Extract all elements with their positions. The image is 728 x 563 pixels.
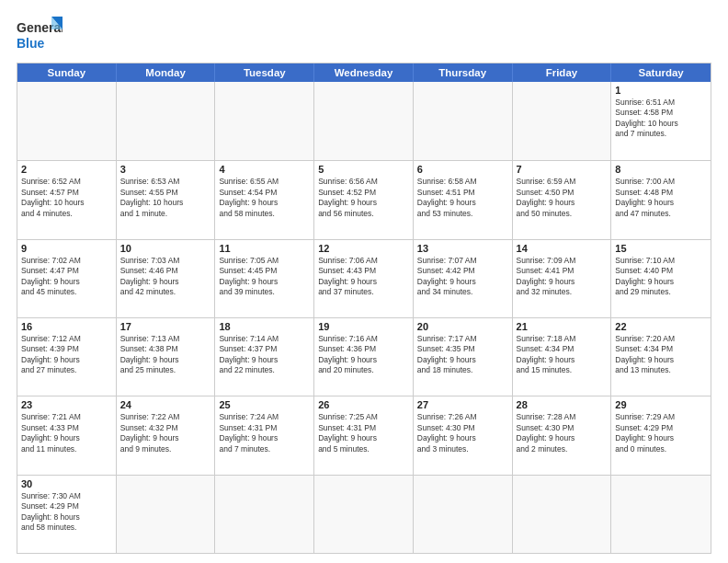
- day-18: 18Sunrise: 7:14 AM Sunset: 4:37 PM Dayli…: [215, 318, 314, 396]
- day-number-21: 21: [517, 321, 608, 332]
- day-number-17: 17: [120, 321, 211, 332]
- day-info-8: Sunrise: 7:00 AM Sunset: 4:48 PM Dayligh…: [615, 177, 707, 219]
- empty-cell: [414, 476, 513, 553]
- empty-cell: [17, 82, 117, 160]
- day-info-9: Sunrise: 7:02 AM Sunset: 4:47 PM Dayligh…: [21, 256, 112, 298]
- svg-text:Blue: Blue: [17, 36, 45, 51]
- day-number-1: 1: [615, 85, 707, 96]
- week-row-3: 9Sunrise: 7:02 AM Sunset: 4:47 PM Daylig…: [17, 239, 711, 317]
- day-info-10: Sunrise: 7:03 AM Sunset: 4:46 PM Dayligh…: [120, 256, 211, 298]
- day-number-14: 14: [517, 243, 608, 254]
- day-29: 29Sunrise: 7:29 AM Sunset: 4:29 PM Dayli…: [611, 396, 711, 474]
- day-info-28: Sunrise: 7:28 AM Sunset: 4:30 PM Dayligh…: [517, 412, 608, 454]
- header-saturday: Saturday: [611, 63, 711, 82]
- day-20: 20Sunrise: 7:17 AM Sunset: 4:35 PM Dayli…: [414, 318, 513, 396]
- day-11: 11Sunrise: 7:05 AM Sunset: 4:45 PM Dayli…: [215, 240, 314, 317]
- day-info-27: Sunrise: 7:26 AM Sunset: 4:30 PM Dayligh…: [417, 412, 508, 454]
- day-info-11: Sunrise: 7:05 AM Sunset: 4:45 PM Dayligh…: [219, 256, 310, 298]
- day-info-24: Sunrise: 7:22 AM Sunset: 4:32 PM Dayligh…: [120, 412, 211, 454]
- day-13: 13Sunrise: 7:07 AM Sunset: 4:42 PM Dayli…: [414, 240, 513, 317]
- day-number-9: 9: [21, 243, 112, 254]
- day-number-26: 26: [318, 399, 409, 410]
- header: General Blue: [17, 17, 711, 55]
- day-23: 23Sunrise: 7:21 AM Sunset: 4:33 PM Dayli…: [17, 396, 117, 474]
- day-number-16: 16: [21, 321, 112, 332]
- header-friday: Friday: [513, 63, 612, 82]
- day-number-12: 12: [318, 243, 409, 254]
- day-info-18: Sunrise: 7:14 AM Sunset: 4:37 PM Dayligh…: [219, 334, 310, 376]
- empty-cell: [314, 82, 414, 160]
- day-3: 3Sunrise: 6:53 AM Sunset: 4:55 PM Daylig…: [117, 161, 216, 238]
- day-info-23: Sunrise: 7:21 AM Sunset: 4:33 PM Dayligh…: [21, 412, 112, 454]
- day-number-6: 6: [417, 164, 508, 175]
- day-30: 30Sunrise: 7:30 AM Sunset: 4:29 PM Dayli…: [17, 476, 117, 553]
- day-info-20: Sunrise: 7:17 AM Sunset: 4:35 PM Dayligh…: [417, 334, 508, 376]
- empty-cell: [513, 476, 612, 553]
- day-9: 9Sunrise: 7:02 AM Sunset: 4:47 PM Daylig…: [17, 240, 117, 317]
- day-number-30: 30: [21, 478, 112, 489]
- day-1: 1Sunrise: 6:51 AM Sunset: 4:58 PM Daylig…: [611, 82, 711, 160]
- day-8: 8Sunrise: 7:00 AM Sunset: 4:48 PM Daylig…: [611, 161, 711, 238]
- day-15: 15Sunrise: 7:10 AM Sunset: 4:40 PM Dayli…: [611, 240, 711, 317]
- day-info-21: Sunrise: 7:18 AM Sunset: 4:34 PM Dayligh…: [517, 334, 608, 376]
- day-info-3: Sunrise: 6:53 AM Sunset: 4:55 PM Dayligh…: [120, 177, 211, 219]
- day-6: 6Sunrise: 6:58 AM Sunset: 4:51 PM Daylig…: [414, 161, 513, 238]
- day-21: 21Sunrise: 7:18 AM Sunset: 4:34 PM Dayli…: [513, 318, 612, 396]
- day-number-19: 19: [318, 321, 409, 332]
- day-5: 5Sunrise: 6:56 AM Sunset: 4:52 PM Daylig…: [314, 161, 414, 238]
- day-17: 17Sunrise: 7:13 AM Sunset: 4:38 PM Dayli…: [117, 318, 216, 396]
- logo-svg: General Blue: [17, 17, 63, 55]
- day-14: 14Sunrise: 7:09 AM Sunset: 4:41 PM Dayli…: [513, 240, 612, 317]
- day-27: 27Sunrise: 7:26 AM Sunset: 4:30 PM Dayli…: [414, 396, 513, 474]
- day-number-15: 15: [615, 243, 707, 254]
- day-info-29: Sunrise: 7:29 AM Sunset: 4:29 PM Dayligh…: [615, 412, 707, 454]
- day-info-15: Sunrise: 7:10 AM Sunset: 4:40 PM Dayligh…: [615, 256, 707, 298]
- empty-cell: [215, 476, 314, 553]
- day-info-16: Sunrise: 7:12 AM Sunset: 4:39 PM Dayligh…: [21, 334, 112, 376]
- day-number-22: 22: [615, 321, 707, 332]
- day-number-13: 13: [417, 243, 508, 254]
- empty-cell: [314, 476, 414, 553]
- day-info-12: Sunrise: 7:06 AM Sunset: 4:43 PM Dayligh…: [318, 256, 409, 298]
- day-22: 22Sunrise: 7:20 AM Sunset: 4:34 PM Dayli…: [611, 318, 711, 396]
- day-12: 12Sunrise: 7:06 AM Sunset: 4:43 PM Dayli…: [314, 240, 414, 317]
- day-number-25: 25: [219, 399, 310, 410]
- day-info-30: Sunrise: 7:30 AM Sunset: 4:29 PM Dayligh…: [21, 491, 112, 534]
- calendar: SundayMondayTuesdayWednesdayThursdayFrid…: [17, 63, 711, 554]
- day-number-4: 4: [219, 164, 310, 175]
- logo: General Blue: [17, 17, 63, 55]
- calendar-body: 1Sunrise: 6:51 AM Sunset: 4:58 PM Daylig…: [17, 82, 711, 553]
- day-info-25: Sunrise: 7:24 AM Sunset: 4:31 PM Dayligh…: [219, 412, 310, 454]
- day-number-2: 2: [21, 164, 112, 175]
- day-25: 25Sunrise: 7:24 AM Sunset: 4:31 PM Dayli…: [215, 396, 314, 474]
- week-row-4: 16Sunrise: 7:12 AM Sunset: 4:39 PM Dayli…: [17, 317, 711, 396]
- empty-cell: [513, 82, 612, 160]
- day-info-6: Sunrise: 6:58 AM Sunset: 4:51 PM Dayligh…: [417, 177, 508, 219]
- day-info-17: Sunrise: 7:13 AM Sunset: 4:38 PM Dayligh…: [120, 334, 211, 376]
- day-info-5: Sunrise: 6:56 AM Sunset: 4:52 PM Dayligh…: [318, 177, 409, 219]
- day-info-13: Sunrise: 7:07 AM Sunset: 4:42 PM Dayligh…: [417, 256, 508, 298]
- day-number-7: 7: [517, 164, 608, 175]
- day-number-18: 18: [219, 321, 310, 332]
- day-number-10: 10: [120, 243, 211, 254]
- header-thursday: Thursday: [414, 63, 513, 82]
- day-number-3: 3: [120, 164, 211, 175]
- day-26: 26Sunrise: 7:25 AM Sunset: 4:31 PM Dayli…: [314, 396, 414, 474]
- empty-cell: [414, 82, 513, 160]
- day-info-1: Sunrise: 6:51 AM Sunset: 4:58 PM Dayligh…: [615, 98, 707, 140]
- day-info-14: Sunrise: 7:09 AM Sunset: 4:41 PM Dayligh…: [517, 256, 608, 298]
- day-10: 10Sunrise: 7:03 AM Sunset: 4:46 PM Dayli…: [117, 240, 216, 317]
- empty-cell: [117, 476, 216, 553]
- week-row-1: 1Sunrise: 6:51 AM Sunset: 4:58 PM Daylig…: [17, 82, 711, 160]
- week-row-6: 30Sunrise: 7:30 AM Sunset: 4:29 PM Dayli…: [17, 475, 711, 553]
- header-wednesday: Wednesday: [314, 63, 414, 82]
- day-number-29: 29: [615, 399, 707, 410]
- empty-cell: [215, 82, 314, 160]
- empty-cell: [611, 476, 711, 553]
- header-sunday: Sunday: [17, 63, 117, 82]
- week-row-5: 23Sunrise: 7:21 AM Sunset: 4:33 PM Dayli…: [17, 396, 711, 474]
- week-row-2: 2Sunrise: 6:52 AM Sunset: 4:57 PM Daylig…: [17, 160, 711, 238]
- day-24: 24Sunrise: 7:22 AM Sunset: 4:32 PM Dayli…: [117, 396, 216, 474]
- day-28: 28Sunrise: 7:28 AM Sunset: 4:30 PM Dayli…: [513, 396, 612, 474]
- day-number-28: 28: [517, 399, 608, 410]
